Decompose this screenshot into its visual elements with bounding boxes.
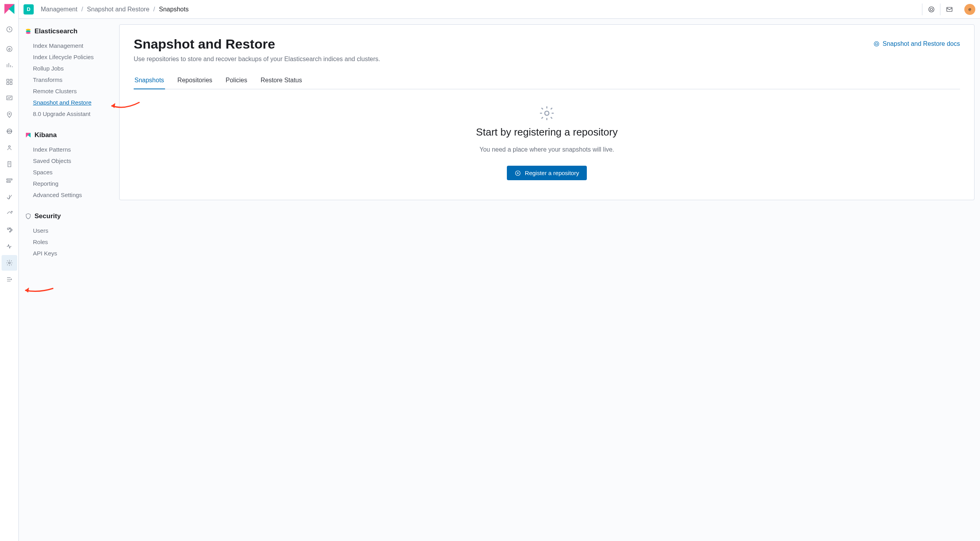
sidebar-section-kibana: Kibana Index Patterns Saved Objects Spac… xyxy=(24,131,114,201)
rail-siem-icon[interactable] xyxy=(2,206,17,221)
svg-point-18 xyxy=(929,7,934,12)
sidebar-item-api-keys[interactable]: API Keys xyxy=(24,248,114,259)
help-icon xyxy=(873,41,880,47)
user-avatar[interactable]: e xyxy=(964,4,975,15)
svg-point-17 xyxy=(8,262,10,264)
rail-uptime-icon[interactable] xyxy=(2,189,17,205)
empty-title: Start by registering a repository xyxy=(476,126,617,138)
sidebar-item-spaces[interactable]: Spaces xyxy=(24,166,114,178)
tab-policies[interactable]: Policies xyxy=(225,73,248,89)
sidebar-header-security: Security xyxy=(24,212,114,220)
plus-circle-icon xyxy=(515,170,521,176)
breadcrumb-current: Snapshots xyxy=(159,6,189,13)
svg-rect-2 xyxy=(7,79,9,81)
breadcrumb-sep: / xyxy=(153,6,155,13)
svg-rect-13 xyxy=(7,179,12,180)
rail-canvas-icon[interactable] xyxy=(2,90,17,106)
button-label: Register a repository xyxy=(525,170,579,176)
mail-icon[interactable] xyxy=(940,4,958,15)
docs-link-label: Snapshot and Restore docs xyxy=(883,40,960,47)
docs-link[interactable]: Snapshot and Restore docs xyxy=(873,40,960,47)
sidebar-item-transforms[interactable]: Transforms xyxy=(24,74,114,85)
main-panel: Snapshot and Restore Use repositories to… xyxy=(119,24,975,200)
sidebar-item-users[interactable]: Users xyxy=(24,225,114,236)
sidebar-item-index-management[interactable]: Index Management xyxy=(24,40,114,51)
tabs: Snapshots Repositories Policies Restore … xyxy=(134,73,960,89)
sidebar-section-security: Security Users Roles API Keys xyxy=(24,212,114,259)
gear-icon xyxy=(539,105,555,121)
svg-point-25 xyxy=(875,43,877,45)
svg-point-10 xyxy=(7,131,7,132)
sidebar-item-rollup[interactable]: Rollup Jobs xyxy=(24,63,114,74)
rail-maps-icon[interactable] xyxy=(2,107,17,123)
sidebar-item-remote-clusters[interactable]: Remote Clusters xyxy=(24,85,114,97)
page-subtitle: Use repositories to store and recover ba… xyxy=(134,56,380,63)
rail-collapse-icon[interactable] xyxy=(2,271,17,287)
sidebar-section-elasticsearch: Elasticsearch Index Management Index Lif… xyxy=(24,27,114,119)
breadcrumb-management[interactable]: Management xyxy=(41,6,77,13)
svg-point-24 xyxy=(874,42,879,46)
rail-monitoring-icon[interactable] xyxy=(2,239,17,254)
rail-infrastructure-icon[interactable] xyxy=(2,140,17,156)
svg-rect-5 xyxy=(10,83,12,85)
svg-rect-3 xyxy=(10,79,12,81)
tab-repositories[interactable]: Repositories xyxy=(177,73,213,89)
tab-snapshots[interactable]: Snapshots xyxy=(134,73,165,89)
rail-management-icon[interactable] xyxy=(2,255,17,271)
management-sidebar: Elasticsearch Index Management Index Lif… xyxy=(19,19,119,541)
sidebar-item-reporting[interactable]: Reporting xyxy=(24,178,114,189)
page-title: Snapshot and Restore xyxy=(134,36,380,52)
sidebar-item-index-patterns[interactable]: Index Patterns xyxy=(24,144,114,155)
svg-rect-6 xyxy=(7,96,12,100)
space-selector[interactable]: D xyxy=(24,4,34,14)
rail-recent-icon[interactable] xyxy=(2,22,17,37)
svg-point-12 xyxy=(8,146,10,148)
svg-point-11 xyxy=(11,131,12,132)
sidebar-header-label: Kibana xyxy=(34,131,57,139)
svg-point-1 xyxy=(7,46,12,52)
breadcrumb: Management / Snapshot and Restore / Snap… xyxy=(41,6,189,13)
svg-point-16 xyxy=(7,228,9,230)
empty-state: Start by registering a repository You ne… xyxy=(134,89,960,184)
tab-restore-status[interactable]: Restore Status xyxy=(260,73,303,89)
svg-rect-14 xyxy=(7,181,10,183)
sidebar-item-roles[interactable]: Roles xyxy=(24,236,114,248)
sidebar-header-label: Security xyxy=(34,212,61,220)
sidebar-header-elasticsearch: Elasticsearch xyxy=(24,27,114,35)
rail-visualize-icon[interactable] xyxy=(2,58,17,73)
register-repository-button[interactable]: Register a repository xyxy=(507,166,587,180)
rail-ml-icon[interactable] xyxy=(2,123,17,139)
rail-dashboard-icon[interactable] xyxy=(2,74,17,90)
kibana-logo[interactable] xyxy=(3,2,16,16)
breadcrumb-sep: / xyxy=(81,6,83,13)
empty-subtitle: You need a place where your snapshots wi… xyxy=(479,146,614,153)
svg-point-8 xyxy=(8,130,10,132)
kibana-logo-icon xyxy=(25,132,31,138)
global-nav-rail xyxy=(0,0,19,541)
svg-point-19 xyxy=(930,8,933,11)
svg-point-7 xyxy=(9,113,10,114)
breadcrumb-snapshot-restore[interactable]: Snapshot and Restore xyxy=(87,6,149,13)
svg-point-26 xyxy=(545,111,549,116)
svg-point-23 xyxy=(26,32,31,34)
sidebar-item-snapshot-restore[interactable]: Snapshot and Restore xyxy=(24,97,114,108)
sidebar-item-advanced-settings[interactable]: Advanced Settings xyxy=(24,189,114,201)
svg-rect-4 xyxy=(7,83,9,85)
rail-devtools-icon[interactable] xyxy=(2,222,17,238)
sidebar-header-kibana: Kibana xyxy=(24,131,114,139)
content-area: Snapshot and Restore Use repositories to… xyxy=(119,19,980,541)
shield-icon xyxy=(25,213,31,219)
rail-apm-icon[interactable] xyxy=(2,173,17,188)
rail-logs-icon[interactable] xyxy=(2,156,17,172)
sidebar-item-saved-objects[interactable]: Saved Objects xyxy=(24,155,114,166)
elasticsearch-logo-icon xyxy=(25,28,31,34)
svg-point-15 xyxy=(11,211,12,212)
sidebar-header-label: Elasticsearch xyxy=(34,27,78,35)
topbar: D Management / Snapshot and Restore / Sn… xyxy=(19,0,980,19)
sidebar-item-upgrade-assistant[interactable]: 8.0 Upgrade Assistant xyxy=(24,108,114,119)
sidebar-item-ilm[interactable]: Index Lifecycle Policies xyxy=(24,51,114,63)
svg-rect-20 xyxy=(947,7,952,11)
newsfeed-icon[interactable] xyxy=(922,4,940,15)
rail-discover-icon[interactable] xyxy=(2,41,17,57)
